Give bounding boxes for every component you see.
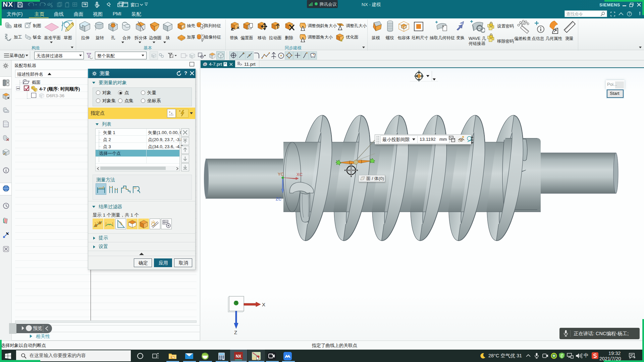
svg-text:?: ? (629, 12, 631, 16)
svg-text:NX: NX (236, 354, 241, 359)
